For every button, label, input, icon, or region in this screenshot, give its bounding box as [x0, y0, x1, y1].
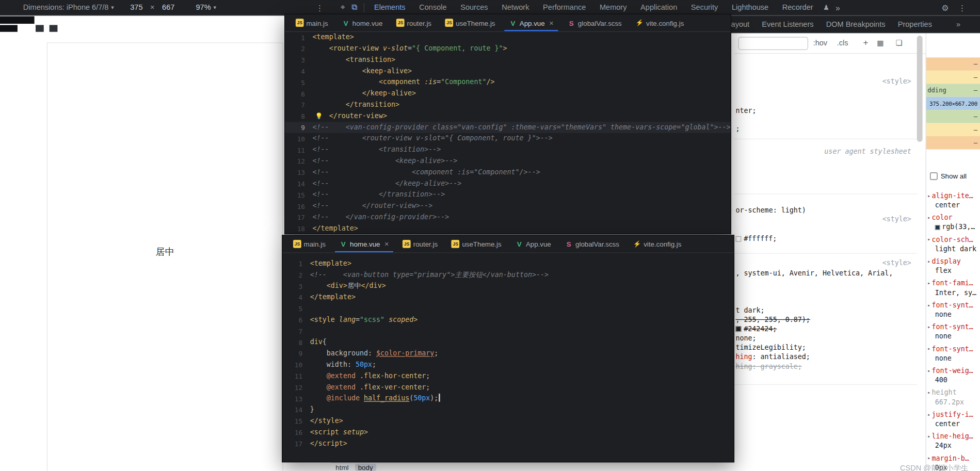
more-panels-icon[interactable]: »: [832, 3, 843, 12]
show-all-checkbox-row[interactable]: Show all: [930, 172, 967, 180]
disclosure-triangle-icon[interactable]: ▸: [927, 257, 930, 266]
code-line-2[interactable]: 2 <router-view v-slot="{ Component, rout…: [285, 43, 731, 55]
code-line-8[interactable]: 8💡 </router-view>: [285, 110, 731, 122]
code-line-11[interactable]: 11<!-- <transition>-->: [285, 144, 731, 156]
code-line-18[interactable]: 18</template>: [285, 223, 731, 234]
computed-property[interactable]: ▸font-synt…none: [927, 322, 980, 341]
code-line-13[interactable]: 13 @include half_radius(50px);: [282, 393, 733, 404]
disclosure-triangle-icon[interactable]: ▸: [927, 453, 930, 463]
code-line-9[interactable]: 9 background: $color-primary;: [282, 348, 733, 360]
style-source-link[interactable]: <style>: [735, 215, 911, 224]
box-model-margin-bottom[interactable]: –: [926, 136, 980, 149]
box-model-padding-top[interactable]: dding–: [926, 84, 980, 96]
box-model-border-bottom[interactable]: –: [926, 123, 980, 136]
disclosure-triangle-icon[interactable]: ▸: [927, 388, 930, 397]
css-declaration-fragment[interactable]: , 255, 255, 0.87);: [735, 316, 810, 324]
disclosure-triangle-icon[interactable]: ▸: [927, 279, 930, 288]
color-swatch[interactable]: [735, 236, 741, 242]
devtools-tab-network[interactable]: Network: [495, 0, 536, 15]
devtools-tab-memory[interactable]: Memory: [593, 0, 634, 15]
intention-bulb-icon[interactable]: 💡: [315, 111, 323, 121]
css-declaration-fragment[interactable]: timizeLegibility;: [735, 344, 806, 352]
file-tab-router.js[interactable]: JSrouter.js: [396, 236, 445, 253]
settings-gear-icon[interactable]: ⚙: [941, 0, 949, 15]
code-line-3[interactable]: 3 <div>居中</div>: [282, 281, 733, 292]
computed-property[interactable]: ▸font-synt…none: [927, 344, 980, 363]
style-source-link[interactable]: <style>: [735, 258, 911, 267]
code-line-7[interactable]: 7: [282, 326, 733, 337]
zoom-select[interactable]: 97%: [196, 3, 211, 12]
css-declaration-fragment[interactable]: hing: grayscale;: [735, 362, 801, 371]
box-model-content[interactable]: 375.200×667.200: [926, 97, 980, 110]
devtools-tab-lighthouse[interactable]: Lighthouse: [725, 0, 776, 15]
css-declaration-fragment[interactable]: nter;: [735, 107, 756, 116]
devtools-tab-security[interactable]: Security: [684, 0, 725, 15]
box-model-border-top[interactable]: –: [926, 71, 980, 84]
viewport-height-input[interactable]: 667: [162, 3, 174, 12]
code-line-10[interactable]: 10<!-- <router-view v-slot="{ Component,…: [285, 133, 731, 144]
close-tab-icon[interactable]: ×: [549, 19, 553, 27]
computed-property[interactable]: ▸font-weig…400: [927, 366, 980, 385]
computed-property[interactable]: ▸font-fami…Inter, sy…: [927, 279, 980, 297]
code-line-15[interactable]: 15</style>: [282, 415, 733, 427]
computed-property[interactable]: ▸justify-i…center: [927, 410, 980, 428]
code-line-12[interactable]: 12 @extend .flex-ver-center;: [282, 382, 733, 393]
code-line-8[interactable]: 8div{: [282, 337, 733, 348]
css-declaration-fragment[interactable]: hing: antialiased;: [735, 353, 810, 362]
disclosure-triangle-icon[interactable]: ▸: [927, 213, 930, 222]
disclosure-triangle-icon[interactable]: ▸: [927, 410, 930, 419]
computed-property[interactable]: ▸align-ite…center: [927, 191, 980, 210]
color-swatch[interactable]: [735, 326, 741, 332]
disclosure-triangle-icon[interactable]: ▸: [927, 191, 930, 201]
code-line-3[interactable]: 3 <transition>: [285, 54, 731, 66]
file-tab-App.vue[interactable]: VApp.vue: [508, 236, 558, 253]
code-line-16[interactable]: 16<script setup>: [282, 427, 733, 438]
css-declaration-fragment[interactable]: #242424;: [735, 325, 777, 334]
file-tab-main.js[interactable]: JSmain.js: [289, 14, 335, 31]
sidebar-tab-properties[interactable]: Properties: [898, 20, 932, 28]
code-line-1[interactable]: 1<template>: [285, 32, 731, 43]
code-line-16[interactable]: 16<!-- </router-view>-->: [285, 201, 731, 212]
disclosure-triangle-icon[interactable]: ▸: [927, 366, 930, 376]
box-model-padding-bottom[interactable]: –: [926, 110, 980, 123]
file-tab-globalVar.scss[interactable]: SglobalVar.scss: [558, 236, 626, 253]
css-declaration-fragment[interactable]: , system-ui, Avenir, Helvetica, Arial,: [735, 269, 893, 278]
devtools-tab-sources[interactable]: Sources: [454, 0, 495, 15]
css-declaration-fragment[interactable]: t dark;: [735, 306, 764, 315]
code-line-7[interactable]: 7 </transition>: [285, 100, 731, 111]
css-declaration-fragment[interactable]: or-scheme: light): [735, 206, 806, 215]
devtools-tab-application[interactable]: Application: [634, 0, 684, 15]
devtools-tab-elements[interactable]: Elements: [367, 0, 412, 15]
disclosure-triangle-icon[interactable]: ▸: [927, 235, 930, 244]
code-line-17[interactable]: 17</script>: [282, 438, 733, 449]
css-declaration-fragment[interactable]: ;: [735, 125, 740, 134]
breadcrumb-body[interactable]: body: [355, 463, 376, 471]
code-line-5[interactable]: 5 <component :is="Component"/>: [285, 77, 731, 88]
computed-property[interactable]: ▸colorrgb(33,…: [927, 213, 980, 232]
file-tab-home.vue[interactable]: Vhome.vue: [335, 14, 390, 31]
code-line-4[interactable]: 4 <keep-alive>: [285, 66, 731, 77]
code-line-14[interactable]: 14}: [282, 404, 733, 416]
file-tab-useTheme.js[interactable]: JSuseTheme.js: [444, 236, 508, 253]
computed-property[interactable]: ▸font-synt…none: [927, 301, 980, 319]
devtools-menu-icon[interactable]: ⋮: [958, 0, 967, 15]
code-line-11[interactable]: 11 @extend .flex-hor-center;: [282, 370, 733, 382]
color-swatch[interactable]: [935, 225, 940, 230]
styles-scrollbar[interactable]: [917, 36, 923, 142]
code-line-13[interactable]: 13<!-- <component :is="Component"/>-->: [285, 167, 731, 178]
overflow-tabs-icon[interactable]: »: [956, 15, 960, 33]
code-line-15[interactable]: 15<!-- </transition>-->: [285, 189, 731, 201]
close-tab-icon[interactable]: ×: [384, 239, 389, 248]
css-declaration-fragment[interactable]: #ffffff;: [735, 235, 777, 243]
device-dimensions-select[interactable]: Dimensions: iPhone 6/7/8: [23, 3, 109, 12]
code-area[interactable]: 1<template>2<!-- <van-button type="prima…: [282, 253, 733, 462]
style-source-link[interactable]: <style>: [735, 77, 911, 86]
file-tab-vite.config.js[interactable]: ⚡vite.config.js: [629, 14, 691, 31]
disclosure-triangle-icon[interactable]: ▸: [927, 322, 930, 332]
file-tab-home.vue[interactable]: Vhome.vue×: [332, 236, 396, 253]
disclosure-triangle-icon[interactable]: ▸: [927, 432, 930, 441]
css-declaration-fragment[interactable]: none;: [735, 334, 756, 343]
sidebar-tab-dom-breakpoints[interactable]: DOM Breakpoints: [826, 20, 886, 28]
code-area[interactable]: 1<template>2 <router-view v-slot="{ Comp…: [285, 32, 731, 234]
sidebar-tab-event-listeners[interactable]: Event Listeners: [762, 20, 813, 28]
